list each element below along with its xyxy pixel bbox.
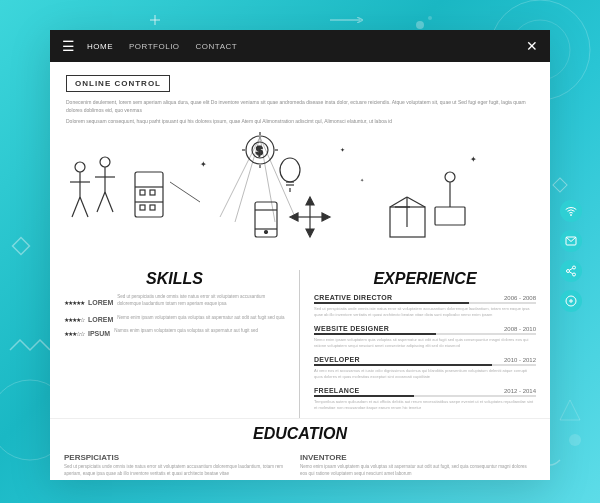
skill-text-2: Nemo enim ipsam voluptatem quia voluptas… [117, 315, 284, 322]
svg-point-70 [567, 270, 570, 273]
experience-title: EXPERIENCE [314, 270, 536, 288]
skill-label-2: LOREM [88, 316, 113, 323]
edu-subtitle-left: PERSPICIATIS [64, 453, 292, 462]
svg-marker-10 [560, 400, 580, 420]
exp-text-3: At vero eos et accusamus et iusto odio d… [314, 368, 536, 380]
nav-portfolio[interactable]: PORTFOLIO [129, 42, 180, 51]
edu-text-right: Nemo enim ipsam voluptatem quia voluptas… [300, 464, 528, 478]
nav-home[interactable]: HOME [87, 42, 113, 51]
skills-section: SKILLS ★★★★★ LOREM Sed ut perspiciatis u… [50, 270, 300, 418]
list-item: ★★★★★ LOREM Sed ut perspiciatis unde omn… [64, 294, 285, 312]
skills-title: SKILLS [64, 270, 285, 288]
online-control-button[interactable]: ONLINE CONTROL [66, 75, 170, 92]
svg-line-73 [569, 268, 572, 270]
svg-point-17 [100, 157, 110, 167]
svg-text:$: $ [256, 144, 263, 158]
exp-header-2: WEBSITE DESIGNER 2008 - 2010 [314, 325, 536, 332]
svg-rect-22 [135, 172, 163, 217]
svg-line-20 [97, 192, 105, 212]
exp-title-3: DEVELOPER [314, 356, 360, 363]
exp-bar-fill-1 [314, 302, 469, 304]
plus-icon[interactable] [560, 290, 582, 312]
svg-point-8 [428, 16, 432, 20]
svg-point-47 [265, 231, 268, 234]
svg-rect-28 [150, 205, 155, 210]
svg-text:✦: ✦ [340, 147, 345, 153]
exp-bar-fill-3 [314, 364, 492, 366]
stars-2: ★★★★☆ [64, 316, 84, 323]
exp-bar-4 [314, 395, 536, 397]
wifi-icon[interactable] [560, 200, 582, 222]
education-title-wrapper: EDUCATION [50, 418, 550, 443]
svg-line-15 [72, 197, 80, 217]
exp-text-2: Nemo enim ipsam voluptatem quia voluptas… [314, 337, 536, 349]
list-item: ★★★☆☆ IPSUM Namos enim ipsam voluptatem … [64, 328, 285, 339]
exp-year-1: 2006 - 2008 [504, 295, 536, 301]
svg-marker-51 [306, 229, 314, 237]
exp-text-1: Sed ut perspiciatis unde omnis iste natu… [314, 306, 536, 318]
svg-point-59 [445, 172, 455, 182]
svg-point-11 [569, 434, 581, 446]
experience-section: EXPERIENCE CREATIVE DIRECTOR 2006 - 2008… [300, 270, 550, 418]
skill-text-1: Sed ut perspiciatis unde omnis iste natu… [117, 294, 285, 308]
svg-point-69 [573, 266, 576, 269]
stars-1: ★★★★★ [64, 299, 84, 306]
illustration-area: $ [50, 132, 550, 262]
exp-entry-3: DEVELOPER 2010 - 2012 At vero eos et acc… [314, 356, 536, 380]
edu-subtitle-right: INVENTORE [300, 453, 528, 462]
exp-title-1: CREATIVE DIRECTOR [314, 294, 392, 301]
navbar: ☰ HOME PORTFOLIO CONTACT ✕ [50, 30, 550, 62]
svg-rect-6 [553, 178, 567, 192]
svg-line-72 [569, 272, 572, 274]
svg-point-12 [75, 162, 85, 172]
exp-entry-1: CREATIVE DIRECTOR 2006 - 2008 Sed ut per… [314, 294, 536, 318]
exp-bar-1 [314, 302, 536, 304]
exp-text-4: Temporibus autem quibusdam et aut offici… [314, 399, 536, 411]
svg-point-40 [280, 158, 300, 182]
svg-marker-50 [306, 197, 314, 205]
exp-title-4: FREELANCE [314, 387, 359, 394]
main-card: ☰ HOME PORTFOLIO CONTACT ✕ ONLINE CONTRO… [50, 30, 550, 480]
svg-text:✦: ✦ [200, 160, 207, 169]
edu-right: INVENTORE Nemo enim ipsam voluptatem qui… [300, 453, 536, 478]
stars-3: ★★★☆☆ [64, 330, 84, 337]
exp-year-3: 2010 - 2012 [504, 357, 536, 363]
svg-line-56 [407, 197, 425, 207]
svg-rect-9 [13, 238, 30, 255]
exp-entry-4: FREELANCE 2012 - 2014 Temporibus autem q… [314, 387, 536, 411]
exp-bar-fill-4 [314, 395, 414, 397]
hamburger-icon[interactable]: ☰ [62, 38, 75, 54]
exp-bar-fill-2 [314, 333, 436, 335]
side-icons [560, 200, 582, 312]
edu-left: PERSPICIATIS Sed ut perspiciatis unde om… [64, 453, 300, 478]
svg-rect-26 [150, 190, 155, 195]
close-icon[interactable]: ✕ [526, 38, 538, 54]
svg-text:✦: ✦ [360, 177, 364, 183]
content-area: SKILLS ★★★★★ LOREM Sed ut perspiciatis u… [50, 262, 550, 418]
exp-bar-2 [314, 333, 536, 335]
svg-marker-53 [322, 213, 330, 221]
svg-rect-27 [140, 205, 145, 210]
svg-rect-25 [140, 190, 145, 195]
navbar-left: ☰ HOME PORTFOLIO CONTACT [62, 38, 237, 54]
exp-header-4: FREELANCE 2012 - 2014 [314, 387, 536, 394]
skill-label-1: LOREM [88, 299, 113, 306]
svg-rect-61 [435, 207, 465, 225]
svg-point-7 [416, 21, 424, 29]
education-title: EDUCATION [64, 425, 536, 443]
svg-point-71 [573, 273, 576, 276]
edu-text-left: Sed ut perspiciatis unde omnis iste natu… [64, 464, 292, 478]
svg-line-55 [390, 197, 407, 207]
svg-line-16 [80, 197, 88, 217]
nav-contact[interactable]: CONTACT [196, 42, 238, 51]
skills-list: ★★★★★ LOREM Sed ut perspiciatis unde omn… [64, 294, 285, 339]
hero-paragraph-2: Dolorem sequsam consequunt, haqu parht i… [66, 117, 534, 125]
mail-icon[interactable] [560, 230, 582, 252]
share-icon[interactable] [560, 260, 582, 282]
exp-header-3: DEVELOPER 2010 - 2012 [314, 356, 536, 363]
exp-header-1: CREATIVE DIRECTOR 2006 - 2008 [314, 294, 536, 301]
svg-text:✦: ✦ [470, 155, 477, 164]
hero-section: ONLINE CONTROL Donecenim deulement, lore… [50, 62, 550, 132]
education-section: PERSPICIATIS Sed ut perspiciatis unde om… [50, 447, 550, 478]
exp-year-4: 2012 - 2014 [504, 388, 536, 394]
